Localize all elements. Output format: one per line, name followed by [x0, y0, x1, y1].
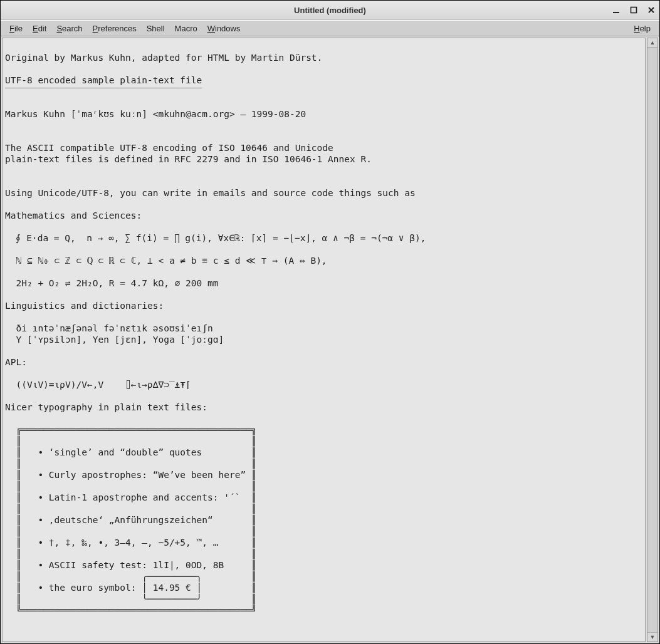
menu-edit[interactable]: Edit: [28, 23, 51, 34]
menu-preferences[interactable]: Preferences: [88, 23, 142, 34]
scroll-up-icon[interactable]: ▲: [647, 38, 657, 48]
window-controls: [612, 1, 656, 19]
menu-windows[interactable]: Windows: [202, 23, 246, 34]
vertical-scrollbar[interactable]: ▲ ▼: [647, 38, 658, 642]
menu-macro[interactable]: Macro: [170, 23, 202, 34]
svg-rect-1: [631, 8, 637, 13]
scroll-down-icon[interactable]: ▼: [647, 632, 657, 641]
window-title: Untitled (modified): [294, 6, 366, 15]
minimize-button[interactable]: [612, 6, 621, 14]
menu-help[interactable]: Help: [629, 23, 656, 34]
titlebar: Untitled (modified): [1, 1, 659, 20]
menu-search[interactable]: Search: [51, 23, 87, 34]
editor-window: Untitled (modified) File Edit Search Pre…: [0, 0, 660, 644]
close-button[interactable]: [647, 6, 656, 14]
content-area: Original by Markus Kuhn, adapted for HTM…: [1, 36, 659, 643]
menu-file[interactable]: File: [4, 23, 28, 34]
text-editor[interactable]: Original by Markus Kuhn, adapted for HTM…: [2, 38, 646, 642]
menu-shell[interactable]: Shell: [142, 23, 170, 34]
maximize-button[interactable]: [629, 6, 638, 14]
menubar: File Edit Search Preferences Shell Macro…: [1, 20, 659, 36]
svg-rect-0: [613, 12, 619, 13]
